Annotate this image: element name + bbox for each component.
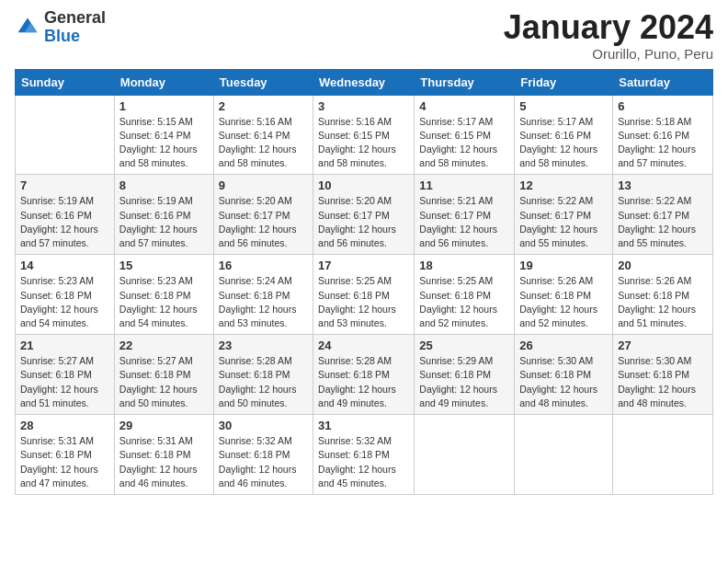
title-block: January 2024 Orurillo, Puno, Peru: [504, 9, 713, 62]
day-cell-w2-d2: 8Sunrise: 5:19 AMSunset: 6:16 PMDaylight…: [114, 175, 213, 255]
day-info: Sunrise: 5:32 AMSunset: 6:18 PMDaylight:…: [318, 434, 409, 490]
daylight-text: Daylight: 12 hours and 53 minutes.: [219, 304, 297, 328]
daylight-text: Daylight: 12 hours and 52 minutes.: [419, 304, 497, 328]
day-cell-w1-d3: 2Sunrise: 5:16 AMSunset: 6:14 PMDaylight…: [213, 95, 313, 175]
sunrise-text: Sunrise: 5:19 AM: [20, 195, 94, 206]
sunset-text: Sunset: 6:17 PM: [618, 210, 689, 221]
header-thursday: Thursday: [415, 69, 515, 95]
day-info: Sunrise: 5:30 AMSunset: 6:18 PMDaylight:…: [519, 354, 608, 410]
day-info: Sunrise: 5:20 AMSunset: 6:17 PMDaylight:…: [318, 194, 409, 250]
sunset-text: Sunset: 6:16 PM: [119, 210, 191, 221]
day-info: Sunrise: 5:31 AMSunset: 6:18 PMDaylight:…: [20, 434, 109, 490]
sunrise-text: Sunrise: 5:26 AM: [618, 275, 691, 286]
day-number: 25: [419, 339, 509, 352]
day-cell-w1-d4: 3Sunrise: 5:16 AMSunset: 6:15 PMDaylight…: [313, 95, 415, 175]
sunrise-text: Sunrise: 5:28 AM: [219, 355, 292, 366]
week-row-1: 1Sunrise: 5:15 AMSunset: 6:14 PMDaylight…: [16, 95, 713, 175]
daylight-text: Daylight: 12 hours and 48 minutes.: [618, 384, 696, 408]
day-info: Sunrise: 5:29 AMSunset: 6:18 PMDaylight:…: [419, 354, 509, 410]
day-info: Sunrise: 5:25 AMSunset: 6:18 PMDaylight:…: [318, 274, 409, 330]
day-info: Sunrise: 5:23 AMSunset: 6:18 PMDaylight:…: [20, 274, 109, 330]
sunrise-text: Sunrise: 5:20 AM: [318, 195, 392, 206]
day-cell-w5-d4: 31Sunrise: 5:32 AMSunset: 6:18 PMDayligh…: [313, 415, 415, 495]
day-cell-w2-d6: 12Sunrise: 5:22 AMSunset: 6:17 PMDayligh…: [515, 175, 613, 255]
day-info: Sunrise: 5:27 AMSunset: 6:18 PMDaylight:…: [119, 354, 209, 410]
daylight-text: Daylight: 12 hours and 46 minutes.: [219, 464, 297, 488]
day-number: 4: [419, 99, 509, 113]
sunrise-text: Sunrise: 5:22 AM: [618, 195, 691, 206]
sunrise-text: Sunrise: 5:19 AM: [119, 195, 193, 206]
sunrise-text: Sunrise: 5:27 AM: [20, 355, 94, 366]
day-info: Sunrise: 5:32 AMSunset: 6:18 PMDaylight:…: [219, 434, 308, 490]
sunset-text: Sunset: 6:18 PM: [519, 290, 591, 301]
sunrise-text: Sunrise: 5:23 AM: [20, 275, 94, 286]
day-info: Sunrise: 5:25 AMSunset: 6:18 PMDaylight:…: [419, 274, 509, 330]
daylight-text: Daylight: 12 hours and 58 minutes.: [519, 144, 597, 168]
daylight-text: Daylight: 12 hours and 46 minutes.: [119, 464, 198, 488]
daylight-text: Daylight: 12 hours and 53 minutes.: [318, 304, 396, 328]
daylight-text: Daylight: 12 hours and 57 minutes.: [618, 144, 696, 168]
sunrise-text: Sunrise: 5:20 AM: [219, 195, 292, 206]
day-number: 11: [419, 178, 509, 192]
sunset-text: Sunset: 6:18 PM: [519, 369, 591, 380]
header-friday: Friday: [515, 69, 613, 95]
day-number: 24: [318, 339, 409, 352]
sunset-text: Sunset: 6:18 PM: [119, 449, 191, 460]
day-number: 10: [318, 178, 409, 192]
header: General Blue January 2024 Orurillo, Puno…: [15, 9, 713, 62]
day-cell-w4-d6: 26Sunrise: 5:30 AMSunset: 6:18 PMDayligh…: [515, 335, 613, 415]
day-number: 27: [618, 339, 708, 352]
daylight-text: Daylight: 12 hours and 48 minutes.: [519, 384, 597, 408]
day-number: 17: [318, 259, 409, 272]
day-number: 21: [20, 339, 109, 352]
logo: General Blue: [15, 9, 106, 46]
day-info: Sunrise: 5:19 AMSunset: 6:16 PMDaylight:…: [20, 194, 109, 250]
sunset-text: Sunset: 6:18 PM: [419, 290, 491, 301]
day-info: Sunrise: 5:20 AMSunset: 6:17 PMDaylight:…: [219, 194, 308, 250]
daylight-text: Daylight: 12 hours and 47 minutes.: [20, 464, 98, 488]
day-info: Sunrise: 5:22 AMSunset: 6:17 PMDaylight:…: [618, 194, 708, 250]
day-cell-w4-d2: 22Sunrise: 5:27 AMSunset: 6:18 PMDayligh…: [114, 335, 213, 415]
sunrise-text: Sunrise: 5:17 AM: [519, 116, 593, 127]
sunrise-text: Sunrise: 5:25 AM: [419, 275, 493, 286]
day-cell-w2-d1: 7Sunrise: 5:19 AMSunset: 6:16 PMDaylight…: [16, 175, 115, 255]
day-cell-w1-d2: 1Sunrise: 5:15 AMSunset: 6:14 PMDaylight…: [114, 95, 213, 175]
sunrise-text: Sunrise: 5:32 AM: [219, 435, 292, 446]
sunrise-text: Sunrise: 5:30 AM: [519, 355, 593, 366]
day-number: 8: [119, 178, 209, 192]
day-cell-w5-d3: 30Sunrise: 5:32 AMSunset: 6:18 PMDayligh…: [213, 415, 313, 495]
day-number: 14: [20, 259, 109, 272]
daylight-text: Daylight: 12 hours and 54 minutes.: [20, 304, 98, 328]
sunset-text: Sunset: 6:14 PM: [119, 130, 191, 141]
day-info: Sunrise: 5:16 AMSunset: 6:15 PMDaylight:…: [318, 115, 409, 171]
sunset-text: Sunset: 6:18 PM: [419, 369, 491, 380]
header-sunday: Sunday: [16, 69, 115, 95]
daylight-text: Daylight: 12 hours and 57 minutes.: [20, 224, 98, 248]
sunrise-text: Sunrise: 5:21 AM: [419, 195, 493, 206]
day-info: Sunrise: 5:28 AMSunset: 6:18 PMDaylight:…: [219, 354, 308, 410]
day-number: 31: [318, 419, 409, 432]
day-cell-w5-d7: [613, 415, 713, 495]
day-number: 26: [519, 339, 608, 352]
day-cell-w4-d3: 23Sunrise: 5:28 AMSunset: 6:18 PMDayligh…: [213, 335, 313, 415]
calendar-header-row: Sunday Monday Tuesday Wednesday Thursday…: [16, 69, 713, 95]
sunset-text: Sunset: 6:15 PM: [419, 130, 491, 141]
day-info: Sunrise: 5:17 AMSunset: 6:15 PMDaylight:…: [419, 115, 509, 171]
daylight-text: Daylight: 12 hours and 56 minutes.: [419, 224, 497, 248]
day-cell-w4-d5: 25Sunrise: 5:29 AMSunset: 6:18 PMDayligh…: [415, 335, 515, 415]
day-cell-w3-d4: 17Sunrise: 5:25 AMSunset: 6:18 PMDayligh…: [313, 255, 415, 335]
day-number: 1: [119, 99, 209, 113]
day-cell-w1-d1: [16, 95, 115, 175]
day-info: Sunrise: 5:28 AMSunset: 6:18 PMDaylight:…: [318, 354, 409, 410]
week-row-2: 7Sunrise: 5:19 AMSunset: 6:16 PMDaylight…: [16, 175, 713, 255]
sunset-text: Sunset: 6:17 PM: [419, 210, 491, 221]
day-info: Sunrise: 5:15 AMSunset: 6:14 PMDaylight:…: [119, 115, 209, 171]
day-cell-w4-d4: 24Sunrise: 5:28 AMSunset: 6:18 PMDayligh…: [313, 335, 415, 415]
day-cell-w3-d3: 16Sunrise: 5:24 AMSunset: 6:18 PMDayligh…: [213, 255, 313, 335]
sunset-text: Sunset: 6:18 PM: [119, 290, 191, 301]
day-cell-w3-d6: 19Sunrise: 5:26 AMSunset: 6:18 PMDayligh…: [515, 255, 613, 335]
logo-general-text: General: [44, 9, 106, 28]
day-number: 30: [219, 419, 308, 432]
day-number: 13: [618, 178, 708, 192]
sunrise-text: Sunrise: 5:17 AM: [419, 116, 493, 127]
